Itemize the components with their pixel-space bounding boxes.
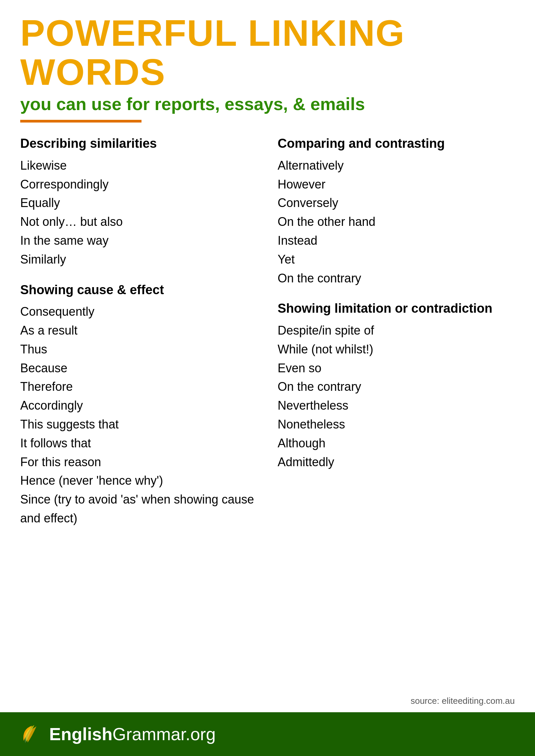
- section-cause-effect: Showing cause & effect Consequently As a…: [20, 282, 257, 528]
- section-limitation-title: Showing limitation or contradiction: [278, 301, 515, 316]
- list-item: However: [278, 175, 515, 194]
- subtitle: you can use for reports, essays, & email…: [20, 95, 515, 114]
- list-item: Because: [20, 359, 257, 378]
- list-item: Consequently: [20, 302, 257, 321]
- pre-footer: source: eliteediting.com.au: [0, 696, 535, 712]
- list-item: It follows that: [20, 434, 257, 453]
- list-item: On the contrary: [278, 377, 515, 396]
- list-item: Accordingly: [20, 396, 257, 415]
- list-item: Not only… but also: [20, 212, 257, 231]
- orange-divider: [20, 120, 141, 123]
- header: POWERFUL LINKING WORDS you can use for r…: [0, 0, 535, 133]
- list-item: Nevertheless: [278, 396, 515, 415]
- list-item: On the other hand: [278, 212, 515, 231]
- list-item: Similarly: [20, 250, 257, 269]
- logo-english: English: [49, 724, 113, 744]
- right-column: Comparing and contrasting Alternatively …: [278, 136, 515, 689]
- section-similarities-title: Describing similarities: [20, 136, 257, 151]
- left-column: Describing similarities Likewise Corresp…: [20, 136, 257, 689]
- footer: EnglishGrammar.org: [0, 712, 535, 756]
- list-item: Even so: [278, 359, 515, 378]
- section-comparing-title: Comparing and contrasting: [278, 136, 515, 151]
- page: POWERFUL LINKING WORDS you can use for r…: [0, 0, 535, 756]
- logo-text: EnglishGrammar.org: [49, 724, 216, 744]
- list-item: Alternatively: [278, 156, 515, 175]
- list-item: On the contrary: [278, 269, 515, 288]
- list-item: Admittedly: [278, 453, 515, 472]
- list-item: Although: [278, 434, 515, 453]
- logo-area: EnglishGrammar.org: [20, 722, 216, 746]
- list-item: Hence (never 'hence why'): [20, 471, 257, 490]
- section-similarities: Describing similarities Likewise Corresp…: [20, 136, 257, 269]
- list-item: Correspondingly: [20, 175, 257, 194]
- list-item: For this reason: [20, 453, 257, 472]
- list-item: Thus: [20, 340, 257, 359]
- logo-icon: [20, 722, 44, 746]
- section-limitation: Showing limitation or contradiction Desp…: [278, 301, 515, 471]
- list-item: While (not whilst!): [278, 340, 515, 359]
- list-item: Instead: [278, 231, 515, 250]
- source-text: source: eliteediting.com.au: [20, 696, 515, 706]
- logo-grammar-org: Grammar.org: [113, 724, 216, 744]
- list-item: This suggests that: [20, 415, 257, 434]
- content-grid: Describing similarities Likewise Corresp…: [0, 133, 535, 696]
- list-item: As a result: [20, 321, 257, 340]
- list-item: In the same way: [20, 231, 257, 250]
- list-item: Equally: [20, 194, 257, 212]
- list-item: Despite/in spite of: [278, 321, 515, 340]
- section-comparing: Comparing and contrasting Alternatively …: [278, 136, 515, 287]
- list-item: Therefore: [20, 377, 257, 396]
- list-item: Since (try to avoid 'as' when showing ca…: [20, 490, 257, 528]
- list-item: Likewise: [20, 156, 257, 175]
- section-cause-effect-title: Showing cause & effect: [20, 282, 257, 298]
- main-title: POWERFUL LINKING WORDS: [20, 13, 515, 91]
- list-item: Conversely: [278, 194, 515, 212]
- list-item: Yet: [278, 250, 515, 269]
- list-item: Nonetheless: [278, 415, 515, 434]
